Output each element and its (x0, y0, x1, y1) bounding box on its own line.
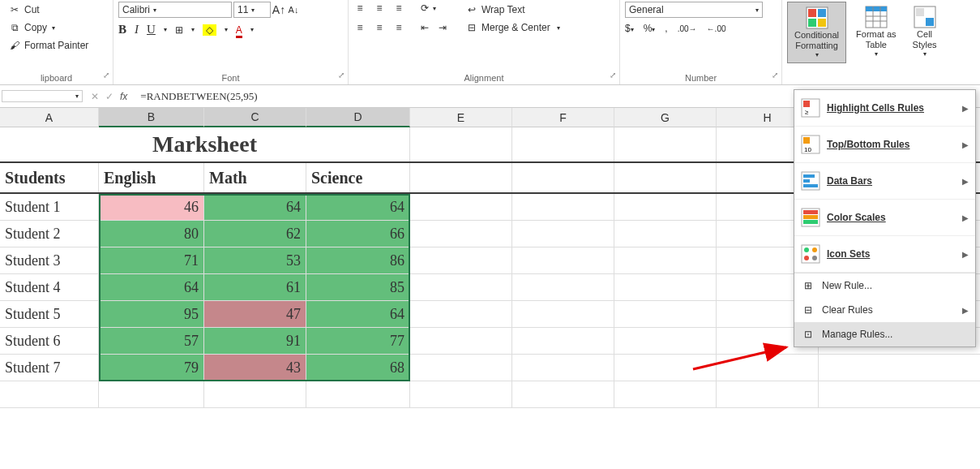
cell[interactable]: 61 (204, 274, 306, 300)
accounting-button[interactable]: $▾ (625, 23, 634, 34)
cell[interactable] (512, 127, 614, 161)
cf-highlight-cells-rules[interactable]: ≥ Highlight Cells Rules ▶ (794, 90, 975, 127)
col-header-D[interactable]: D (306, 108, 410, 127)
cell[interactable]: Student 1 (0, 194, 99, 220)
decrease-font-icon[interactable]: A↓ (287, 3, 300, 16)
cell[interactable]: Student 4 (0, 274, 99, 300)
copy-button[interactable]: ⧉Copy▾ (5, 19, 92, 36)
cell[interactable] (717, 381, 819, 407)
cell[interactable]: 46 (99, 194, 204, 220)
cell[interactable] (204, 381, 306, 407)
col-header-E[interactable]: E (410, 108, 512, 127)
underline-button[interactable]: U (147, 23, 156, 37)
cell[interactable] (410, 381, 512, 407)
increase-decimal-button[interactable]: .00→ (678, 24, 697, 33)
cell[interactable] (512, 163, 614, 192)
cell[interactable]: 57 (99, 328, 204, 354)
cell[interactable]: 47 (204, 301, 306, 327)
header-cell[interactable]: Science (306, 163, 410, 192)
name-box[interactable]: ▾ (2, 90, 83, 102)
cell[interactable]: 62 (204, 221, 306, 247)
cell[interactable] (512, 381, 614, 407)
align-top-icon[interactable]: ≡ (353, 2, 366, 15)
border-button[interactable]: ⊞ (175, 24, 183, 36)
cf-color-scales[interactable]: Color Scales ▶ (794, 200, 975, 236)
header-cell[interactable]: Math (204, 163, 306, 192)
col-header-G[interactable]: G (614, 108, 717, 127)
bold-button[interactable]: B (118, 23, 126, 37)
cell[interactable]: Student 5 (0, 301, 99, 327)
cell[interactable] (512, 194, 614, 220)
cell[interactable]: Student 3 (0, 247, 99, 273)
conditional-formatting-button[interactable]: Conditional Formatting▾ (787, 2, 846, 63)
cancel-formula-icon[interactable]: ✕ (91, 91, 99, 102)
cell[interactable]: 77 (306, 328, 410, 354)
font-dialog[interactable]: ⤢ (338, 71, 344, 80)
cell[interactable] (410, 355, 512, 381)
percent-button[interactable]: %▾ (644, 23, 656, 34)
format-painter-button[interactable]: 🖌Format Painter (5, 37, 92, 54)
increase-indent-icon[interactable]: ⇥ (436, 21, 449, 34)
cell[interactable]: 91 (204, 328, 306, 354)
number-format-dropdown[interactable]: General▾ (625, 2, 763, 18)
align-left-icon[interactable]: ≡ (353, 21, 366, 34)
cut-button[interactable]: ✂Cut (5, 2, 92, 18)
cell[interactable] (306, 381, 410, 407)
alignment-dialog[interactable]: ⤢ (610, 71, 616, 80)
format-as-table-button[interactable]: Format as Table▾ (849, 2, 903, 62)
cell[interactable] (410, 127, 512, 161)
title-cell[interactable]: Marksheet (0, 127, 410, 161)
font-name-dropdown[interactable]: Calibri▾ (118, 2, 232, 18)
cell[interactable]: Student 6 (0, 328, 99, 354)
cell[interactable] (99, 381, 204, 407)
cell[interactable]: 64 (306, 301, 410, 327)
comma-button[interactable]: , (665, 23, 667, 34)
cell[interactable] (614, 301, 717, 327)
cell[interactable] (512, 301, 614, 327)
enter-formula-icon[interactable]: ✓ (105, 91, 113, 102)
align-middle-icon[interactable]: ≡ (373, 2, 386, 15)
header-cell[interactable]: English (99, 163, 204, 192)
cell[interactable]: 86 (306, 247, 410, 273)
col-header-B[interactable]: B (99, 108, 204, 127)
cell[interactable]: 95 (99, 301, 204, 327)
cell[interactable] (410, 328, 512, 354)
col-header-A[interactable]: A (0, 108, 99, 127)
cell[interactable] (410, 274, 512, 300)
cell[interactable] (614, 247, 717, 273)
merge-center-button[interactable]: ⊟Merge & Center▾ (462, 19, 563, 36)
cell[interactable] (614, 194, 717, 220)
align-bottom-icon[interactable]: ≡ (392, 2, 405, 15)
cell[interactable] (512, 247, 614, 273)
decrease-decimal-button[interactable]: ←.00 (707, 24, 726, 33)
cf-clear-rules[interactable]: ⊟ Clear Rules ▶ (794, 298, 975, 322)
cell[interactable]: 64 (204, 194, 306, 220)
font-size-dropdown[interactable]: 11▾ (233, 2, 271, 18)
cell[interactable] (614, 127, 717, 161)
cf-data-bars[interactable]: Data Bars ▶ (794, 163, 975, 200)
col-header-C[interactable]: C (204, 108, 306, 127)
cell[interactable]: 64 (306, 194, 410, 220)
cf-icon-sets[interactable]: Icon Sets ▶ (794, 236, 975, 273)
cell[interactable] (512, 355, 614, 381)
cell[interactable] (410, 163, 512, 192)
font-color-button[interactable]: A (236, 24, 242, 36)
cell[interactable]: 80 (99, 221, 204, 247)
cf-top-bottom-rules[interactable]: 10 Top/Bottom Rules ▶ (794, 127, 975, 163)
cell[interactable]: 71 (99, 247, 204, 273)
cell[interactable] (0, 381, 99, 407)
cell[interactable]: 66 (306, 221, 410, 247)
number-dialog[interactable]: ⤢ (772, 71, 778, 80)
cell[interactable] (512, 328, 614, 354)
clipboard-dialog[interactable]: ⤢ (103, 71, 109, 80)
cf-manage-rules[interactable]: ⊡ Manage Rules... (794, 322, 975, 346)
col-header-F[interactable]: F (512, 108, 614, 127)
cf-new-rule[interactable]: ⊞ New Rule... (794, 273, 975, 298)
cell[interactable] (410, 301, 512, 327)
orientation-icon[interactable]: ⟳ (418, 2, 431, 15)
cell[interactable]: Student 7 (0, 355, 99, 381)
cell[interactable] (614, 221, 717, 247)
header-cell[interactable]: Students (0, 163, 99, 192)
fx-icon[interactable]: fx (120, 91, 127, 102)
increase-font-icon[interactable]: A↑ (272, 3, 285, 16)
